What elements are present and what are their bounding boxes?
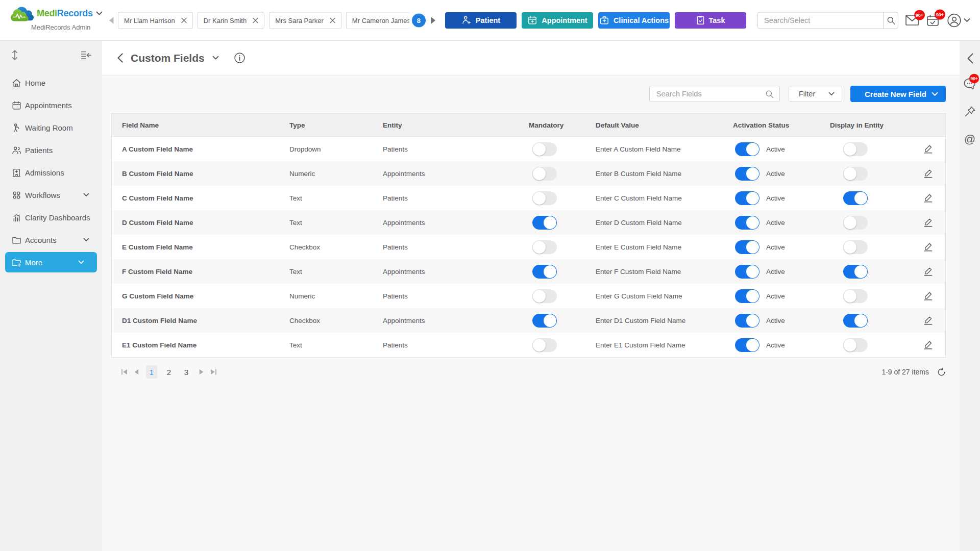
edit-pencil-icon[interactable]: [924, 267, 933, 276]
create-new-field-button[interactable]: Create New Field: [850, 86, 946, 102]
activation-toggle[interactable]: [735, 216, 760, 230]
patient-tab[interactable]: Mrs Sara Parker: [269, 12, 341, 29]
tabs-scroll-right-icon[interactable]: [430, 16, 436, 24]
activation-toggle[interactable]: [735, 167, 760, 181]
rail-collapse-chevron-left-icon[interactable]: [967, 53, 973, 64]
search-fields-input[interactable]: [656, 90, 765, 98]
edit-pencil-icon[interactable]: [924, 144, 933, 154]
patient-tab[interactable]: Mr Cameron James: [346, 12, 409, 29]
previous-page-icon[interactable]: [131, 369, 142, 375]
sidebar-item[interactable]: Home: [0, 71, 102, 94]
mandatory-toggle[interactable]: [532, 167, 557, 181]
patient-tab[interactable]: Mr Liam Harrison: [118, 12, 193, 29]
display-toggle[interactable]: [843, 191, 868, 205]
sort-updown-icon[interactable]: [11, 49, 18, 61]
edit-pencil-icon[interactable]: [924, 291, 933, 300]
activation-toggle[interactable]: [735, 142, 760, 156]
activation-toggle[interactable]: [735, 314, 760, 328]
sidebar-item[interactable]: Workflows: [0, 184, 102, 206]
brand-name: MediRecords: [37, 8, 93, 19]
quick-action-button[interactable]: Clinical Actions: [598, 12, 670, 29]
sidebar-item[interactable]: More: [5, 252, 97, 272]
column-header-default-value[interactable]: Default Value: [585, 121, 723, 129]
mandatory-toggle[interactable]: [532, 314, 557, 328]
patient-tab-label: Mr Cameron James: [352, 16, 409, 24]
column-header-type[interactable]: Type: [279, 121, 373, 129]
sidebar-item-label: Clarity Dashboards: [25, 213, 90, 222]
column-header-field-name[interactable]: Field Name: [112, 121, 279, 129]
mandatory-toggle[interactable]: [532, 142, 557, 156]
collapse-sidebar-icon[interactable]: [81, 51, 91, 60]
column-header-mandatory[interactable]: Mandatory: [519, 121, 585, 129]
tabs-overflow-badge[interactable]: 8: [412, 13, 426, 27]
display-toggle[interactable]: [843, 314, 868, 328]
tabs-scroll-left-icon[interactable]: [109, 16, 114, 24]
mentions-at-icon[interactable]: @: [964, 133, 975, 146]
brand[interactable]: MediRecords MediRecords Admin: [0, 5, 102, 31]
back-button-icon[interactable]: [117, 53, 123, 63]
sidebar-item[interactable]: Waiting Room: [0, 116, 102, 139]
close-tab-icon[interactable]: [330, 17, 335, 23]
mandatory-toggle[interactable]: [532, 216, 557, 230]
patient-tab[interactable]: Dr Karin Smith: [198, 12, 265, 29]
brand-chevron-down-icon[interactable]: [96, 11, 103, 15]
search-icon[interactable]: [765, 90, 774, 98]
column-header-display-in-entity[interactable]: Display in Entity: [820, 121, 904, 129]
display-toggle[interactable]: [843, 167, 868, 181]
sidebar-item[interactable]: Clarity Dashboards: [0, 206, 102, 229]
mandatory-toggle[interactable]: [532, 338, 557, 352]
edit-pencil-icon[interactable]: [924, 193, 933, 203]
sidebar-item[interactable]: Appointments: [0, 94, 102, 116]
close-tab-icon[interactable]: [181, 17, 187, 23]
edit-pencil-icon[interactable]: [924, 242, 933, 252]
task-inbox-button[interactable]: 90+: [926, 14, 939, 27]
column-header-activation-status[interactable]: Activation Status: [723, 121, 820, 129]
display-toggle[interactable]: [843, 216, 868, 230]
mandatory-toggle[interactable]: [532, 240, 557, 254]
quick-action-button[interactable]: Patient: [445, 12, 517, 29]
activation-toggle[interactable]: [735, 338, 760, 352]
profile-menu-button[interactable]: [947, 13, 970, 27]
display-toggle[interactable]: [843, 142, 868, 156]
activation-toggle[interactable]: [735, 265, 760, 279]
mandatory-toggle[interactable]: [532, 265, 557, 279]
activation-toggle[interactable]: [735, 191, 760, 205]
refresh-icon[interactable]: [937, 368, 946, 377]
next-page-icon[interactable]: [196, 369, 207, 375]
quick-action-button[interactable]: Task: [675, 12, 746, 29]
quick-action-button[interactable]: Appointment: [522, 12, 593, 29]
global-search-button[interactable]: [883, 12, 898, 28]
cell-entity: Patients: [373, 243, 519, 251]
close-tab-icon[interactable]: [253, 17, 258, 23]
edit-pencil-icon[interactable]: [924, 218, 933, 227]
chat-button[interactable]: 90+: [964, 78, 976, 90]
filter-dropdown[interactable]: Filter: [789, 86, 842, 102]
page-number[interactable]: 1: [146, 365, 157, 379]
display-toggle[interactable]: [843, 240, 868, 254]
activation-toggle[interactable]: [735, 289, 760, 303]
mandatory-toggle[interactable]: [532, 191, 557, 205]
info-icon[interactable]: [234, 53, 245, 63]
mandatory-toggle[interactable]: [532, 289, 557, 303]
page-title-caret-icon[interactable]: [212, 56, 219, 60]
first-page-icon[interactable]: [121, 369, 131, 375]
sidebar-item[interactable]: Accounts: [0, 229, 102, 251]
display-toggle[interactable]: [843, 338, 868, 352]
pin-icon[interactable]: [964, 106, 976, 117]
sidebar-item[interactable]: Admissions: [0, 161, 102, 184]
last-page-icon[interactable]: [207, 369, 220, 375]
messages-button[interactable]: 90+: [905, 15, 919, 26]
page-number[interactable]: 3: [181, 365, 192, 379]
medirecords-logo-icon: [10, 5, 34, 21]
display-toggle[interactable]: [843, 265, 868, 279]
global-search-input[interactable]: [758, 12, 883, 28]
edit-pencil-icon[interactable]: [924, 316, 933, 325]
page-number[interactable]: 2: [163, 365, 175, 379]
activation-toggle[interactable]: [735, 240, 760, 254]
display-toggle[interactable]: [843, 289, 868, 303]
edit-pencil-icon[interactable]: [924, 169, 933, 178]
edit-pencil-icon[interactable]: [924, 340, 933, 349]
filter-chevron-down-icon: [828, 92, 835, 96]
column-header-entity[interactable]: Entity: [373, 121, 519, 129]
sidebar-item[interactable]: Patients: [0, 139, 102, 161]
